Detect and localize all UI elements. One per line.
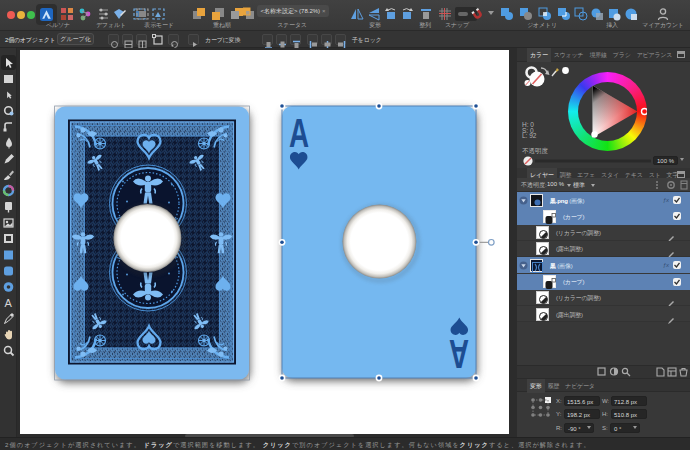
svg-text:A: A <box>289 110 309 156</box>
svg-text:A: A <box>5 297 13 309</box>
svg-text:A: A <box>449 332 469 378</box>
